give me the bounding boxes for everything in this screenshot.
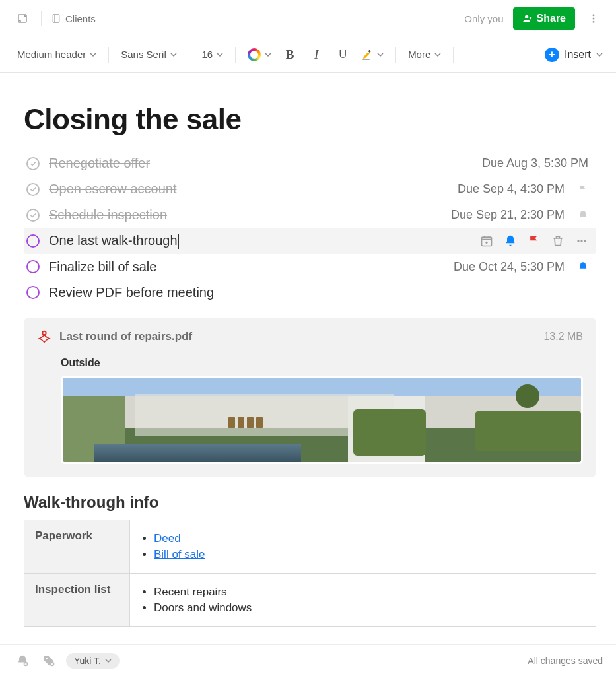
page-title[interactable]: Closing the sale	[24, 103, 596, 136]
font-family-select[interactable]: Sans Serif	[117, 46, 181, 63]
heading-style-label: Medium header	[17, 49, 86, 60]
svg-rect-7	[362, 59, 370, 60]
insert-button[interactable]: + Insert	[545, 48, 603, 62]
calendar-add-icon[interactable]	[480, 234, 493, 248]
circle-icon[interactable]	[26, 286, 40, 299]
more-menu-icon[interactable]	[584, 9, 603, 28]
section-heading: Walk-through info	[24, 493, 596, 512]
more-format-select[interactable]: More	[404, 46, 445, 63]
task-label[interactable]: Review PDF before meeting	[49, 285, 214, 300]
link[interactable]: Deed	[154, 532, 181, 545]
divider	[453, 47, 454, 63]
bell-icon	[578, 261, 588, 272]
more-icon[interactable]	[575, 234, 588, 248]
table-row: Inspection listRecent repairsDoors and w…	[24, 573, 596, 626]
svg-point-17	[46, 658, 48, 659]
svg-rect-8	[482, 237, 492, 246]
task-row[interactable]: Finalize bill of saleDue Oct 24, 5:30 PM	[24, 254, 596, 280]
italic-button[interactable]: I	[304, 43, 328, 67]
divider	[235, 47, 236, 63]
underline-button[interactable]: U	[331, 43, 355, 67]
plus-circle-icon: +	[545, 48, 559, 62]
attachment-preview-image	[61, 376, 583, 464]
user-chip[interactable]: Yuki T.	[66, 653, 120, 669]
font-family-label: Sans Serif	[121, 49, 166, 60]
svg-point-5	[593, 18, 595, 20]
task-label[interactable]: Renegotiate offer	[49, 156, 150, 171]
task-label[interactable]: One last walk-through	[49, 233, 179, 249]
svg-point-13	[580, 240, 582, 242]
attachment-section-label: Outside	[61, 357, 583, 369]
highlighter-icon	[361, 49, 373, 61]
svg-point-4	[593, 14, 595, 16]
circle-icon[interactable]	[26, 234, 40, 248]
font-size-select[interactable]: 16	[197, 46, 227, 63]
flag-icon	[578, 184, 588, 195]
highlight-select[interactable]	[357, 46, 388, 63]
task-row[interactable]: Open escrow accountDue Sep 4, 4:30 PM	[24, 176, 596, 202]
user-name: Yuki T.	[74, 656, 101, 666]
task-due: Due Sep 4, 4:30 PM	[458, 182, 565, 196]
checkmark-icon[interactable]	[26, 157, 40, 170]
font-size-label: 16	[201, 49, 213, 60]
divider	[395, 47, 396, 63]
chevron-down-icon	[170, 51, 177, 58]
svg-rect-1	[53, 15, 59, 22]
checkmark-icon[interactable]	[26, 183, 40, 196]
chevron-down-icon	[217, 51, 223, 58]
bell-icon	[578, 210, 588, 220]
chevron-down-icon	[377, 51, 384, 58]
svg-point-14	[584, 240, 586, 242]
divider	[189, 47, 189, 63]
share-label: Share	[537, 13, 566, 24]
pdf-icon	[37, 329, 51, 344]
attachment-filename: Last round of repairs.pdf	[59, 330, 535, 343]
task-due: Due Aug 3, 5:30 PM	[482, 156, 588, 170]
table-row: PaperworkDeedBill of sale	[24, 520, 596, 573]
task-row[interactable]: Renegotiate offerDue Aug 3, 5:30 PM	[24, 151, 596, 176]
info-table: PaperworkDeedBill of saleInspection list…	[24, 520, 596, 627]
expand-icon[interactable]	[13, 9, 32, 28]
flag-icon[interactable]	[528, 234, 541, 248]
task-due: Due Sep 21, 2:30 PM	[451, 208, 565, 222]
svg-point-6	[593, 21, 595, 23]
attachment-filesize: 13.2 MB	[543, 331, 583, 343]
list-item: Recent repairs	[154, 586, 585, 599]
chevron-down-icon	[596, 51, 603, 58]
svg-point-3	[525, 15, 528, 18]
tag-add-icon[interactable]	[40, 652, 58, 670]
bell-icon[interactable]	[504, 234, 517, 248]
list-item[interactable]: Deed	[154, 532, 585, 545]
chevron-down-icon	[90, 51, 96, 58]
insert-label: Insert	[565, 49, 591, 61]
task-label[interactable]: Schedule inspection	[49, 207, 167, 222]
circle-icon[interactable]	[26, 260, 40, 273]
share-button[interactable]: Share	[513, 7, 575, 30]
chevron-down-icon	[265, 51, 271, 58]
save-status: All changes saved	[528, 656, 603, 666]
table-row-header: Paperwork	[24, 520, 130, 573]
person-add-icon	[522, 13, 533, 24]
heading-style-select[interactable]: Medium header	[13, 46, 100, 63]
table-row-cell: Recent repairsDoors and windows	[130, 573, 596, 626]
more-label: More	[408, 49, 430, 60]
attachment-block[interactable]: Last round of repairs.pdf 13.2 MB Outsid…	[24, 318, 596, 477]
divider	[41, 11, 42, 26]
task-row[interactable]: One last walk-through	[24, 228, 596, 254]
list-item[interactable]: Bill of sale	[154, 548, 585, 561]
notebook-icon	[51, 13, 61, 24]
task-label[interactable]: Finalize bill of sale	[49, 259, 156, 275]
chevron-down-icon	[105, 658, 112, 664]
task-label[interactable]: Open escrow account	[49, 182, 176, 197]
task-row[interactable]: Schedule inspectionDue Sep 21, 2:30 PM	[24, 202, 596, 228]
divider	[108, 47, 109, 63]
task-row[interactable]: Review PDF before meeting	[24, 280, 596, 306]
bold-button[interactable]: B	[278, 43, 302, 67]
breadcrumb[interactable]: Clients	[51, 13, 96, 24]
trash-icon[interactable]	[551, 234, 565, 248]
link[interactable]: Bill of sale	[154, 548, 205, 560]
table-row-cell: DeedBill of sale	[130, 520, 596, 573]
checkmark-icon[interactable]	[26, 209, 40, 222]
text-color-select[interactable]	[244, 46, 275, 64]
reminder-add-icon[interactable]	[13, 652, 32, 670]
